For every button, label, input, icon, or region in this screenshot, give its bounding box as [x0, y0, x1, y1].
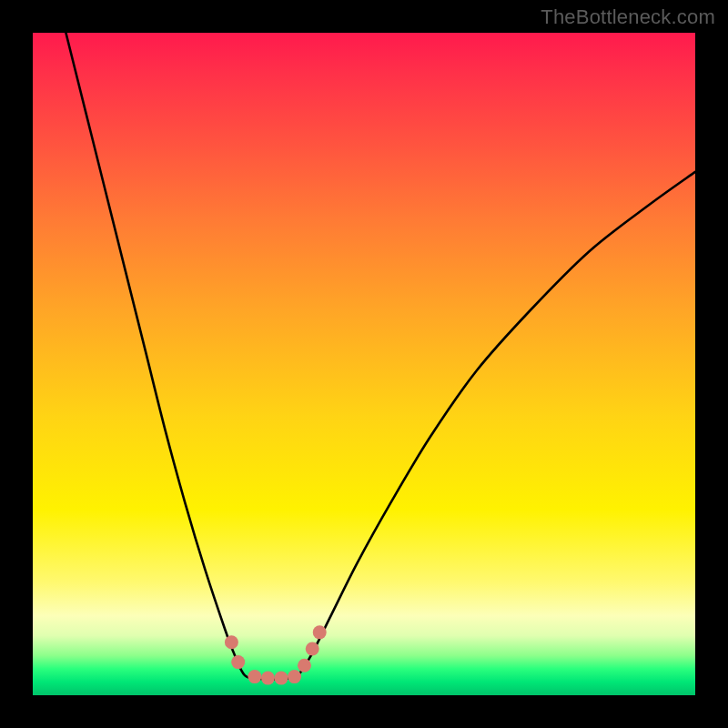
data-marker — [261, 672, 275, 685]
data-marker — [288, 670, 301, 683]
data-marker — [231, 655, 245, 669]
chart-frame: TheBottleneck.com — [0, 0, 728, 728]
plot-area — [33, 33, 695, 695]
marker-group — [225, 625, 327, 684]
curve-group — [66, 33, 695, 680]
data-marker — [248, 670, 261, 683]
bottleneck-curve — [66, 33, 695, 680]
data-marker — [275, 672, 288, 685]
chart-svg — [33, 33, 695, 695]
data-marker — [298, 659, 311, 672]
data-marker — [225, 635, 238, 649]
data-marker — [306, 642, 319, 656]
watermark-text: TheBottleneck.com — [541, 5, 715, 29]
data-marker — [313, 625, 327, 639]
